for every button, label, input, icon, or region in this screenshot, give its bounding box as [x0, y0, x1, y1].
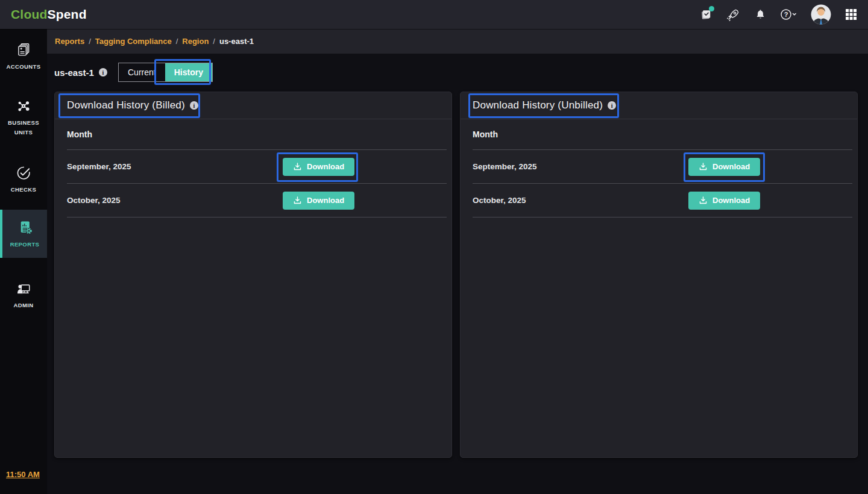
panel-header: Download History (Billed) i — [55, 92, 451, 119]
reports-icon — [17, 219, 33, 236]
download-button-unbilled-october[interactable]: Download — [688, 192, 760, 210]
page-title: us-east-1 — [54, 67, 94, 78]
info-icon[interactable]: i — [608, 101, 616, 110]
breadcrumb-separator: / — [84, 37, 95, 46]
download-button-label: Download — [712, 196, 750, 205]
download-icon — [293, 162, 302, 171]
table-header-row: Month — [67, 119, 447, 150]
feedback-notes-icon[interactable] — [699, 7, 713, 22]
svg-text:?: ? — [784, 11, 788, 18]
month-cell: October, 2025 — [473, 196, 688, 205]
accounts-icon — [16, 42, 31, 58]
sidebar-item-accounts[interactable]: ACCOUNTS — [0, 39, 47, 75]
timestamp-link[interactable]: 11:50 AM — [6, 470, 40, 479]
action-cell: Download — [283, 158, 447, 176]
business-units-icon — [16, 98, 31, 114]
table-row: September, 2025 Download — [473, 150, 852, 184]
download-button-billed-october[interactable]: Download — [283, 192, 354, 210]
download-button-label: Download — [307, 162, 344, 171]
month-cell: September, 2025 — [67, 162, 283, 171]
download-button-unbilled-september[interactable]: Download — [688, 158, 760, 176]
breadcrumb-link-tagging-compliance[interactable]: Tagging Compliance — [95, 37, 172, 46]
sidebar-item-checks[interactable]: CHECKS — [0, 161, 47, 198]
help-menu-icon[interactable]: ? — [780, 7, 798, 22]
panel-header: Download History (Unbilled) i — [461, 92, 857, 119]
apps-grid-icon[interactable] — [844, 7, 858, 22]
sidebar-item-business-units[interactable]: BUSINESS UNITS — [0, 95, 47, 141]
download-icon — [699, 162, 708, 171]
month-cell: October, 2025 — [67, 196, 283, 205]
info-icon[interactable]: i — [190, 101, 198, 110]
download-button-label: Download — [712, 162, 750, 171]
page-title-row: us-east-1 i — [54, 63, 107, 82]
download-button-label: Download — [307, 196, 344, 205]
sidebar-item-admin[interactable]: ADMIN — [0, 277, 47, 314]
table-row: October, 2025 Download — [473, 184, 852, 217]
month-column-header: Month — [67, 130, 447, 139]
admin-icon — [16, 281, 31, 296]
topbar-icon-group: ? — [699, 4, 868, 25]
feedback-badge-dot — [709, 6, 714, 11]
action-cell: Download — [283, 192, 447, 210]
notifications-bell-icon[interactable] — [753, 7, 767, 22]
whats-new-rocket-icon[interactable] — [726, 7, 740, 22]
month-cell: September, 2025 — [473, 162, 688, 171]
download-history-unbilled-panel: Download History (Unbilled) i Month Sept… — [460, 92, 858, 458]
download-history-billed-panel: Download History (Billed) i Month Septem… — [54, 92, 452, 458]
download-button-billed-september[interactable]: Download — [283, 158, 354, 176]
toggle-history-button[interactable]: History — [165, 63, 212, 81]
breadcrumb-separator: / — [172, 37, 183, 46]
sidebar-item-label: BUSINESS UNITS — [5, 118, 42, 137]
top-bar: CloudSpend — [0, 0, 868, 29]
logo-text-cloud: Cloud — [11, 7, 47, 21]
cloudspend-logo[interactable]: CloudSpend — [0, 7, 87, 22]
action-cell: Download — [688, 192, 852, 210]
action-cell: Download — [688, 158, 852, 176]
month-column-header: Month — [473, 130, 852, 139]
checks-icon — [16, 165, 31, 181]
breadcrumb-link-reports[interactable]: Reports — [55, 37, 84, 46]
breadcrumb: Reports / Tagging Compliance / Region / … — [47, 29, 868, 54]
table-row: September, 2025 Download — [67, 150, 447, 184]
sidebar-item-label: ACCOUNTS — [6, 62, 40, 72]
table-header-row: Month — [473, 119, 852, 150]
breadcrumb-separator: / — [209, 37, 219, 46]
user-avatar[interactable] — [811, 4, 831, 25]
logo-text-spend: Spend — [47, 7, 86, 21]
sidebar-item-label: CHECKS — [11, 185, 37, 195]
breadcrumb-current-us-east-1: us-east-1 — [219, 37, 254, 46]
toggle-current-button[interactable]: Current — [119, 63, 165, 81]
sidebar-item-label: REPORTS — [10, 240, 40, 249]
download-icon — [699, 196, 708, 205]
panel-title-unbilled: Download History (Unbilled) — [473, 99, 603, 111]
view-toggle: Current History — [118, 63, 213, 82]
sidebar-item-label: ADMIN — [13, 301, 33, 310]
table-row: October, 2025 Download — [67, 184, 447, 217]
download-icon — [293, 196, 302, 205]
sidebar-nav: ACCOUNTS BUSINESS UNITS CHECKS — [0, 29, 47, 494]
sidebar-item-reports[interactable]: REPORTS — [0, 210, 47, 258]
info-icon[interactable]: i — [99, 68, 107, 77]
panel-title-billed: Download History (Billed) — [67, 99, 185, 111]
breadcrumb-link-region[interactable]: Region — [182, 37, 209, 46]
